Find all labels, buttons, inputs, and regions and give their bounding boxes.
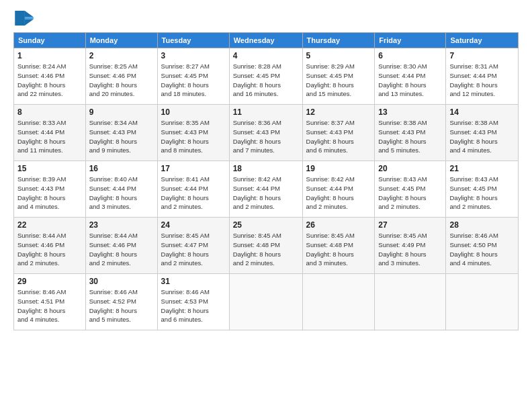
day-info: Sunrise: 8:37 AMSunset: 4:43 PMDaylight:… (306, 118, 371, 155)
day-number: 6 (378, 51, 442, 60)
day-number: 31 (161, 277, 226, 286)
header (13, 11, 519, 26)
calendar-cell: 13Sunrise: 8:38 AMSunset: 4:43 PMDayligh… (375, 105, 446, 161)
day-info: Sunrise: 8:43 AMSunset: 4:45 PMDaylight:… (378, 175, 442, 212)
day-info: Sunrise: 8:45 AMSunset: 4:49 PMDaylight:… (378, 231, 442, 268)
day-number: 20 (378, 164, 442, 173)
day-info: Sunrise: 8:34 AMSunset: 4:43 PMDaylight:… (89, 118, 154, 155)
calendar-cell: 31Sunrise: 8:46 AMSunset: 4:53 PMDayligh… (157, 274, 229, 330)
calendar-cell: 24Sunrise: 8:45 AMSunset: 4:47 PMDayligh… (157, 218, 229, 274)
day-info: Sunrise: 8:45 AMSunset: 4:48 PMDaylight:… (233, 231, 299, 268)
day-number: 10 (161, 107, 226, 117)
calendar-cell: 29Sunrise: 8:46 AMSunset: 4:51 PMDayligh… (14, 274, 86, 330)
day-number: 2 (89, 51, 154, 60)
calendar-cell: 22Sunrise: 8:44 AMSunset: 4:46 PMDayligh… (14, 218, 86, 274)
calendar-header-wednesday: Wednesday (229, 33, 302, 48)
day-info: Sunrise: 8:41 AMSunset: 4:44 PMDaylight:… (161, 175, 226, 212)
calendar-cell: 15Sunrise: 8:39 AMSunset: 4:43 PMDayligh… (14, 161, 86, 218)
day-number: 12 (306, 107, 371, 117)
calendar-cell: 21Sunrise: 8:43 AMSunset: 4:45 PMDayligh… (446, 161, 519, 218)
day-number: 7 (449, 51, 515, 60)
day-info: Sunrise: 8:45 AMSunset: 4:48 PMDaylight:… (306, 231, 371, 268)
calendar-cell: 5Sunrise: 8:29 AMSunset: 4:45 PMDaylight… (302, 48, 375, 105)
day-info: Sunrise: 8:45 AMSunset: 4:47 PMDaylight:… (161, 231, 226, 268)
logo-icon (15, 11, 34, 26)
calendar-cell: 9Sunrise: 8:34 AMSunset: 4:43 PMDaylight… (85, 105, 157, 161)
day-info: Sunrise: 8:46 AMSunset: 4:50 PMDaylight:… (449, 231, 515, 268)
day-info: Sunrise: 8:44 AMSunset: 4:46 PMDaylight:… (17, 231, 82, 268)
calendar-cell: 19Sunrise: 8:42 AMSunset: 4:44 PMDayligh… (302, 161, 375, 218)
day-info: Sunrise: 8:27 AMSunset: 4:45 PMDaylight:… (161, 62, 226, 99)
calendar-week-4: 22Sunrise: 8:44 AMSunset: 4:46 PMDayligh… (14, 218, 519, 274)
calendar-cell: 1Sunrise: 8:24 AMSunset: 4:46 PMDaylight… (14, 48, 86, 105)
svg-marker-2 (25, 17, 34, 19)
day-number: 17 (161, 164, 226, 173)
calendar-cell: 20Sunrise: 8:43 AMSunset: 4:45 PMDayligh… (375, 161, 446, 218)
day-info: Sunrise: 8:35 AMSunset: 4:43 PMDaylight:… (161, 118, 226, 155)
calendar-cell (302, 274, 375, 330)
calendar-cell: 26Sunrise: 8:45 AMSunset: 4:48 PMDayligh… (302, 218, 375, 274)
day-info: Sunrise: 8:43 AMSunset: 4:45 PMDaylight:… (449, 175, 515, 212)
calendar-week-3: 15Sunrise: 8:39 AMSunset: 4:43 PMDayligh… (14, 161, 519, 218)
calendar-cell: 7Sunrise: 8:31 AMSunset: 4:44 PMDaylight… (446, 48, 519, 105)
day-number: 18 (233, 164, 299, 173)
calendar-header-monday: Monday (85, 33, 157, 48)
page: SundayMondayTuesdayWednesdayThursdayFrid… (0, 0, 532, 411)
calendar-cell: 6Sunrise: 8:30 AMSunset: 4:44 PMDaylight… (375, 48, 446, 105)
day-number: 24 (161, 220, 226, 230)
day-number: 15 (17, 164, 82, 173)
calendar-cell: 3Sunrise: 8:27 AMSunset: 4:45 PMDaylight… (157, 48, 229, 105)
calendar-week-5: 29Sunrise: 8:46 AMSunset: 4:51 PMDayligh… (14, 274, 519, 330)
day-info: Sunrise: 8:24 AMSunset: 4:46 PMDaylight:… (17, 62, 82, 99)
calendar-body: 1Sunrise: 8:24 AMSunset: 4:46 PMDaylight… (14, 48, 519, 330)
day-number: 14 (449, 107, 515, 117)
calendar-header-thursday: Thursday (302, 33, 375, 48)
day-info: Sunrise: 8:38 AMSunset: 4:43 PMDaylight:… (449, 118, 515, 155)
day-info: Sunrise: 8:42 AMSunset: 4:44 PMDaylight:… (306, 175, 371, 212)
day-info: Sunrise: 8:39 AMSunset: 4:43 PMDaylight:… (17, 175, 82, 212)
day-number: 13 (378, 107, 442, 117)
day-number: 11 (233, 107, 299, 117)
day-number: 8 (17, 107, 82, 117)
day-info: Sunrise: 8:29 AMSunset: 4:45 PMDaylight:… (306, 62, 371, 99)
calendar-cell (446, 274, 519, 330)
svg-rect-0 (15, 11, 25, 26)
calendar-cell: 8Sunrise: 8:33 AMSunset: 4:44 PMDaylight… (14, 105, 86, 161)
day-number: 21 (449, 164, 515, 173)
calendar-cell: 4Sunrise: 8:28 AMSunset: 4:45 PMDaylight… (229, 48, 302, 105)
calendar-cell: 28Sunrise: 8:46 AMSunset: 4:50 PMDayligh… (446, 218, 519, 274)
day-number: 5 (306, 51, 371, 60)
day-number: 22 (17, 220, 82, 230)
calendar-week-1: 1Sunrise: 8:24 AMSunset: 4:46 PMDaylight… (14, 48, 519, 105)
day-number: 26 (306, 220, 371, 230)
day-number: 27 (378, 220, 442, 230)
day-info: Sunrise: 8:42 AMSunset: 4:44 PMDaylight:… (233, 175, 299, 212)
day-info: Sunrise: 8:46 AMSunset: 4:53 PMDaylight:… (161, 287, 226, 324)
calendar-header-row: SundayMondayTuesdayWednesdayThursdayFrid… (14, 33, 519, 48)
calendar-cell: 18Sunrise: 8:42 AMSunset: 4:44 PMDayligh… (229, 161, 302, 218)
calendar-header-tuesday: Tuesday (157, 33, 229, 48)
calendar-cell: 12Sunrise: 8:37 AMSunset: 4:43 PMDayligh… (302, 105, 375, 161)
calendar-cell (229, 274, 302, 330)
svg-marker-1 (25, 11, 34, 17)
day-number: 28 (449, 220, 515, 230)
calendar-header-saturday: Saturday (446, 33, 519, 48)
day-number: 23 (89, 220, 154, 230)
day-info: Sunrise: 8:28 AMSunset: 4:45 PMDaylight:… (233, 62, 299, 99)
calendar-header-friday: Friday (375, 33, 446, 48)
day-info: Sunrise: 8:40 AMSunset: 4:44 PMDaylight:… (89, 175, 154, 212)
calendar-cell: 17Sunrise: 8:41 AMSunset: 4:44 PMDayligh… (157, 161, 229, 218)
calendar-cell: 14Sunrise: 8:38 AMSunset: 4:43 PMDayligh… (446, 105, 519, 161)
day-number: 1 (17, 51, 82, 60)
calendar-cell: 25Sunrise: 8:45 AMSunset: 4:48 PMDayligh… (229, 218, 302, 274)
day-info: Sunrise: 8:31 AMSunset: 4:44 PMDaylight:… (449, 62, 515, 99)
day-info: Sunrise: 8:44 AMSunset: 4:46 PMDaylight:… (89, 231, 154, 268)
day-info: Sunrise: 8:30 AMSunset: 4:44 PMDaylight:… (378, 62, 442, 99)
calendar-cell: 23Sunrise: 8:44 AMSunset: 4:46 PMDayligh… (85, 218, 157, 274)
day-number: 19 (306, 164, 371, 173)
day-info: Sunrise: 8:46 AMSunset: 4:52 PMDaylight:… (89, 287, 154, 324)
day-number: 16 (89, 164, 154, 173)
day-number: 3 (161, 51, 226, 60)
calendar-table: SundayMondayTuesdayWednesdayThursdayFrid… (13, 32, 519, 330)
calendar-cell: 11Sunrise: 8:36 AMSunset: 4:43 PMDayligh… (229, 105, 302, 161)
